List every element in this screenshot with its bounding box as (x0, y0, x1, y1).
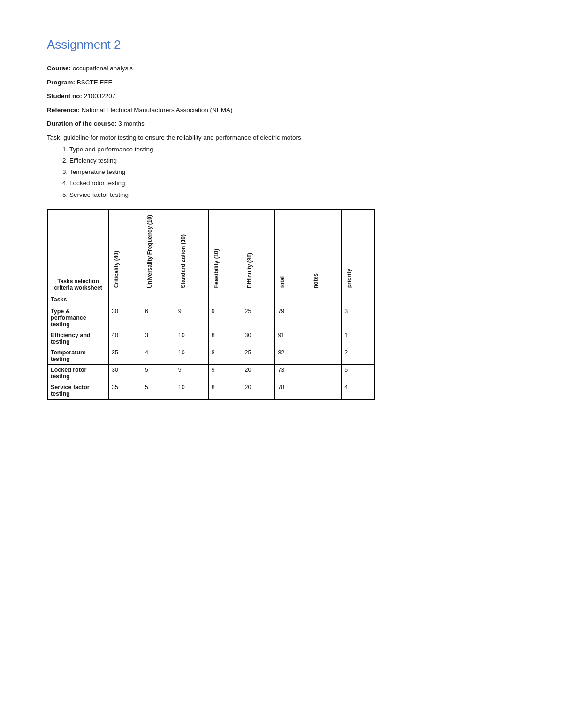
task-label: Task: (47, 134, 62, 141)
cell-notes (308, 306, 342, 330)
cell-total: 73 (275, 364, 308, 382)
duration-info: Duration of the course: 3 months (47, 119, 375, 129)
cell-feasibility: 9 (208, 364, 242, 382)
header-col4: Standardization (10) (175, 210, 208, 293)
table-row: Locked rotor testing3059920735 (48, 364, 375, 382)
cell-task: Service factor testing (48, 382, 109, 399)
tasks-empty-3 (175, 293, 208, 306)
cell-feasibility: 9 (208, 306, 242, 330)
cell-priority: 4 (342, 382, 375, 399)
table-row: Efficiency and testing40310830911 (48, 330, 375, 347)
cell-difficulty: 25 (242, 347, 275, 364)
tasks-empty-6 (275, 293, 308, 306)
tasks-empty-4 (208, 293, 242, 306)
table-row: Type & performance testing3069925793 (48, 306, 375, 330)
cell-criticality: 30 (109, 306, 142, 330)
tasks-empty-2 (142, 293, 175, 306)
course-info: Course: occupational analysis (47, 63, 375, 74)
cell-criticality: 30 (109, 364, 142, 382)
cell-total: 91 (275, 330, 308, 347)
cell-priority: 1 (342, 330, 375, 347)
cell-standardization: 9 (175, 364, 208, 382)
cell-priority: 2 (342, 347, 375, 364)
cell-difficulty: 25 (242, 306, 275, 330)
table-container: Tasks selection criteria worksheet Criti… (47, 209, 375, 400)
cell-task: Type & performance testing (48, 306, 109, 330)
cell-task: Locked rotor testing (48, 364, 109, 382)
header-col6: Difficulty (30) (242, 210, 275, 293)
cell-notes (308, 382, 342, 399)
header-col5: Feasibility (10) (208, 210, 242, 293)
cell-priority: 3 (342, 306, 375, 330)
list-item: Type and performance testing (69, 144, 375, 155)
reference-info: Reference: National Electrical Manufactu… (47, 105, 375, 115)
table-body: Tasks Type & performance testing30699257… (48, 293, 375, 399)
header-col2: Criticality (40) (109, 210, 142, 293)
cell-difficulty: 30 (242, 330, 275, 347)
cell-criticality: 35 (109, 382, 142, 399)
cell-notes (308, 364, 342, 382)
header-col8: notes (308, 210, 342, 293)
course-label: Course: (47, 65, 71, 72)
page-container: Assignment 2 Course: occupational analys… (0, 0, 422, 437)
cell-standardization: 10 (175, 330, 208, 347)
assignment-title: Assignment 2 (47, 38, 375, 52)
list-item: Temperature testing (69, 166, 375, 178)
program-value: BSCTE EEE (77, 79, 113, 86)
criteria-table: Tasks selection criteria worksheet Criti… (47, 210, 375, 399)
cell-notes (308, 330, 342, 347)
table-row: Service factor testing35510820784 (48, 382, 375, 399)
cell-standardization: 10 (175, 347, 208, 364)
cell-universality: 5 (142, 364, 175, 382)
duration-value: 3 months (118, 120, 145, 127)
cell-task: Efficiency and testing (48, 330, 109, 347)
course-value: occupational analysis (73, 65, 133, 72)
cell-total: 79 (275, 306, 308, 330)
task-list: Type and performance testing Efficiency … (69, 144, 375, 201)
student-info: Student no: 210032207 (47, 91, 375, 101)
cell-notes (308, 347, 342, 364)
header-col1: Tasks selection criteria worksheet (48, 210, 109, 293)
header-col7: total (275, 210, 308, 293)
cell-task: Temperature testing (48, 347, 109, 364)
cell-priority: 5 (342, 364, 375, 382)
duration-label: Duration of the course: (47, 120, 117, 127)
table-header-row: Tasks selection criteria worksheet Criti… (48, 210, 375, 293)
tasks-empty-7 (308, 293, 342, 306)
header-col9: priority (342, 210, 375, 293)
cell-feasibility: 8 (208, 382, 242, 399)
header-col3: Universality Frequency (10) (142, 210, 175, 293)
student-label: Student no: (47, 92, 82, 99)
cell-difficulty: 20 (242, 382, 275, 399)
program-label: Program: (47, 79, 75, 86)
cell-total: 78 (275, 382, 308, 399)
cell-total: 82 (275, 347, 308, 364)
cell-feasibility: 8 (208, 347, 242, 364)
list-item: Locked rotor testing (69, 178, 375, 189)
cell-universality: 5 (142, 382, 175, 399)
tasks-label: Tasks (48, 293, 109, 306)
cell-standardization: 10 (175, 382, 208, 399)
reference-value: National Electrical Manufacturers Associ… (82, 106, 233, 113)
cell-criticality: 35 (109, 347, 142, 364)
cell-universality: 6 (142, 306, 175, 330)
task-section: Task: guideline for motor testing to ens… (47, 133, 375, 201)
cell-feasibility: 8 (208, 330, 242, 347)
tasks-empty-5 (242, 293, 275, 306)
list-item: Service factor testing (69, 189, 375, 201)
cell-universality: 3 (142, 330, 175, 347)
task-description: guideline for motor testing to ensure th… (63, 134, 301, 141)
reference-label: Reference: (47, 106, 80, 113)
cell-difficulty: 20 (242, 364, 275, 382)
tasks-empty-8 (342, 293, 375, 306)
list-item: Efficiency testing (69, 155, 375, 166)
student-value: 210032207 (84, 92, 116, 99)
table-row: Temperature testing35410825822 (48, 347, 375, 364)
cell-universality: 4 (142, 347, 175, 364)
tasks-empty-1 (109, 293, 142, 306)
program-info: Program: BSCTE EEE (47, 77, 375, 88)
cell-criticality: 40 (109, 330, 142, 347)
tasks-label-row: Tasks (48, 293, 375, 306)
cell-standardization: 9 (175, 306, 208, 330)
